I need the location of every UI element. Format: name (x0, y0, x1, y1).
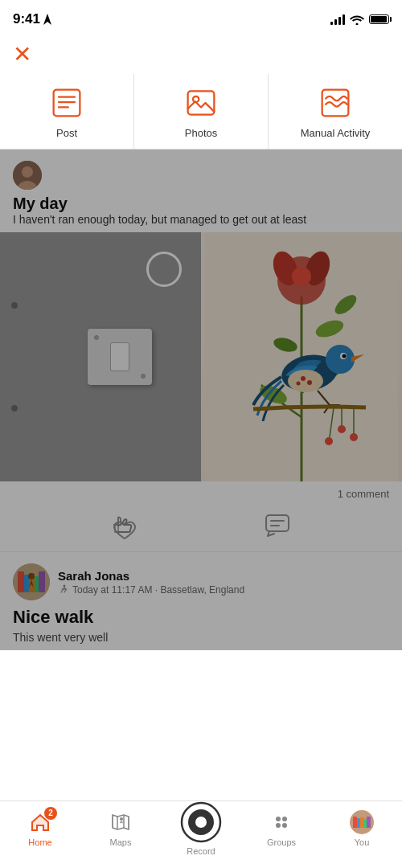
home-icon: 2 (28, 810, 52, 834)
comment-count: 1 comment (0, 481, 402, 503)
maps-icon (109, 810, 133, 834)
nav-maps-label: Maps (110, 837, 132, 847)
svg-rect-39 (266, 515, 289, 531)
photos-icon (183, 85, 219, 121)
svg-point-18 (292, 267, 311, 286)
svg-point-22 (343, 354, 347, 358)
first-post: My day I haven't ran enough today, but m… (0, 149, 402, 232)
bottom-nav: 2 Home Maps Record (0, 800, 402, 868)
nav-you[interactable]: You (322, 810, 402, 847)
poster-location: Today at 11:17 AM · Bassetlaw, England (58, 584, 244, 596)
nav-you-label: You (355, 837, 370, 847)
content-area: My day I haven't ran enough today, but m… (0, 149, 402, 650)
tab-manual-activity-label: Manual Activity (301, 127, 371, 139)
svg-point-24 (301, 376, 306, 381)
circle-selector (146, 252, 182, 287)
svg-point-26 (297, 382, 301, 386)
nav-groups-label: Groups (267, 837, 296, 847)
tab-photos[interactable]: Photos (134, 74, 269, 149)
svg-point-57 (276, 823, 281, 828)
first-post-title: My day (13, 194, 389, 213)
wifi-icon (350, 14, 364, 25)
home-badge: 2 (44, 807, 57, 820)
svg-rect-64 (367, 817, 371, 828)
svg-rect-5 (188, 91, 215, 114)
svg-point-31 (338, 425, 346, 433)
location-icon (43, 14, 51, 25)
battery-icon (369, 14, 389, 24)
first-post-header (13, 161, 389, 190)
status-icons (330, 14, 389, 25)
svg-point-20 (326, 345, 355, 374)
tab-photos-label: Photos (185, 127, 217, 139)
svg-point-54 (195, 817, 207, 828)
nav-groups[interactable]: Groups (241, 810, 322, 847)
svg-point-33 (350, 433, 358, 441)
second-post-meta: Sarah Jonas Today at 11:17 AM · Bassetla… (13, 563, 389, 600)
svg-point-56 (282, 817, 287, 821)
svg-rect-62 (360, 817, 364, 828)
svg-point-23 (288, 370, 323, 392)
svg-point-48 (28, 573, 35, 579)
nav-maps[interactable]: Maps (80, 810, 161, 847)
walk-icon (58, 584, 69, 596)
second-post-avatar (13, 563, 50, 600)
tab-post[interactable]: Post (0, 74, 134, 149)
manual-activity-icon (318, 85, 353, 121)
svg-point-51 (120, 817, 123, 821)
second-post: Sarah Jonas Today at 11:17 AM · Bassetla… (0, 552, 402, 650)
status-bar: 9:41 (0, 0, 402, 35)
tab-post-label: Post (56, 127, 77, 139)
svg-marker-0 (43, 14, 51, 25)
image-grid (0, 232, 402, 481)
svg-point-49 (64, 584, 66, 587)
svg-rect-61 (357, 818, 360, 828)
poster-name: Sarah Jonas (58, 569, 244, 583)
first-post-avatar (13, 161, 42, 190)
nav-record[interactable]: Record (161, 801, 241, 856)
svg-rect-43 (18, 571, 24, 592)
record-icon (180, 801, 222, 843)
close-button[interactable]: ✕ (0, 35, 402, 74)
you-icon (350, 810, 374, 834)
first-post-text: I haven't ran enough today, but managed … (13, 213, 389, 226)
nav-home[interactable]: 2 Home (0, 810, 80, 847)
action-row (0, 503, 402, 552)
svg-rect-63 (364, 819, 367, 828)
nav-record-label: Record (187, 846, 215, 856)
image-left (0, 232, 201, 481)
tab-manual-activity[interactable]: Manual Activity (269, 74, 402, 149)
svg-point-58 (282, 823, 287, 828)
svg-point-55 (276, 817, 281, 821)
svg-rect-60 (353, 817, 357, 828)
post-icon (49, 85, 84, 121)
status-time: 9:41 (13, 11, 51, 27)
svg-rect-46 (35, 576, 39, 592)
svg-rect-47 (39, 571, 45, 592)
tab-options: Post Photos Manual Activity (0, 74, 402, 149)
second-post-title: Nice walk (13, 607, 389, 628)
svg-point-35 (325, 437, 333, 445)
signal-icon (330, 14, 345, 25)
bird-svg (205, 232, 398, 481)
svg-point-9 (22, 166, 33, 178)
like-button[interactable] (110, 511, 139, 543)
image-right (201, 232, 402, 481)
svg-point-25 (307, 380, 312, 385)
svg-rect-44 (24, 575, 29, 592)
second-post-text: This went very well (13, 631, 389, 644)
groups-icon (269, 810, 293, 834)
nav-home-label: Home (28, 837, 51, 847)
comment-button[interactable] (263, 511, 292, 543)
